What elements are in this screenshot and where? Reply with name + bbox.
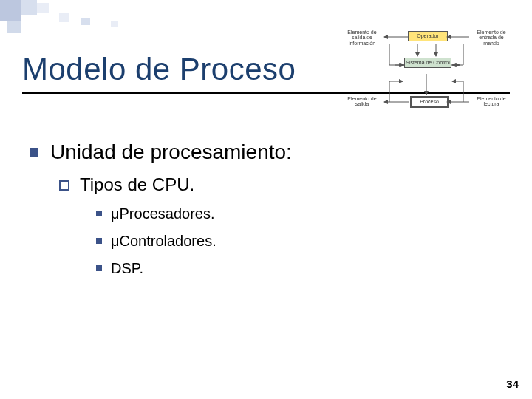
bullet-level3: μControladores. xyxy=(96,233,473,250)
page-number: 34 xyxy=(506,378,519,390)
bullet-text: μControladores. xyxy=(111,233,216,250)
square-bullet-icon xyxy=(96,238,102,244)
slide-body: Unidad de procesamiento: Tipos de CPU. μ… xyxy=(30,140,473,287)
bullet-level2: Tipos de CPU. xyxy=(59,174,473,195)
bullet-text: Unidad de procesamiento: xyxy=(50,140,292,164)
diagram-label-bottom-left: Elemento de salida xyxy=(344,96,381,107)
bullet-level1: Unidad de procesamiento: xyxy=(30,140,473,164)
hollow-square-bullet-icon xyxy=(59,180,69,191)
diagram-box-proceso: Proceso xyxy=(410,96,449,108)
diagram-box-operador: Operador xyxy=(408,31,448,41)
slide-title: Modelo de Proceso xyxy=(22,52,296,87)
bullet-text: Tipos de CPU. xyxy=(80,174,194,195)
diagram-label-top-left: Elemento de salida de información xyxy=(344,30,381,46)
diagram-label-top-right: Elemento de entrada de mando xyxy=(473,30,510,46)
diagram-box-control: Sistema de Control xyxy=(404,58,451,68)
bullet-level3: μProcesadores. xyxy=(96,205,473,222)
square-bullet-icon xyxy=(96,265,102,271)
diagram-label-bottom-right: Elemento de lectura xyxy=(473,96,510,107)
process-diagram: Elemento de salida de información Elemen… xyxy=(344,30,510,122)
bullet-text: μProcesadores. xyxy=(111,205,214,222)
slide-decoration xyxy=(0,0,163,37)
bullet-text: DSP. xyxy=(111,260,143,277)
bullet-level3: DSP. xyxy=(96,260,473,277)
square-bullet-icon xyxy=(30,148,38,157)
square-bullet-icon xyxy=(96,211,102,216)
